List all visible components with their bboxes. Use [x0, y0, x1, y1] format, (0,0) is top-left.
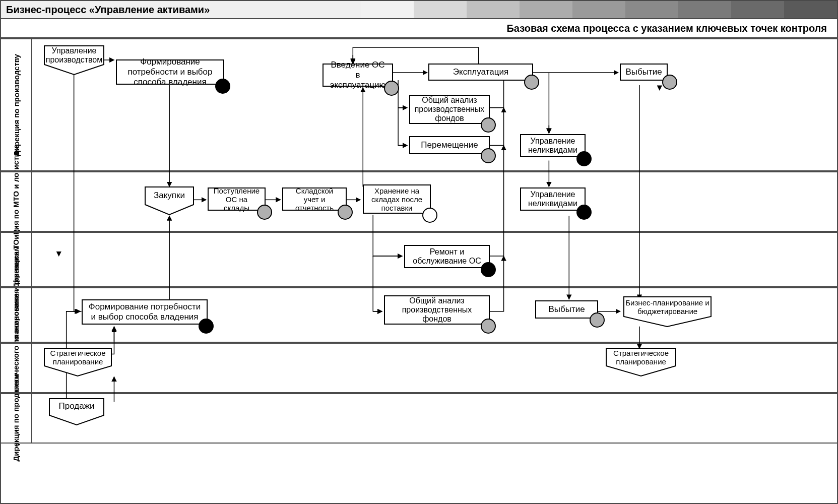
diagram-container: Бизнес-процесс «Управление активами» Баз… [0, 0, 838, 504]
box-repair: Ремонт и обслуживание ОС [404, 245, 490, 268]
subtitle-text: Базовая схема процесса с указанием ключе… [506, 23, 827, 34]
gradient-bar [361, 1, 837, 18]
offpage-purchases-label: Закупки [145, 191, 194, 201]
box-movement: Перемещение [409, 136, 490, 154]
box-warehouse-acct: Складской учет и отчетность [282, 187, 347, 211]
swimlanes: Дирекция по производству Дирекция по МТО… [1, 39, 837, 504]
control-point-white [422, 208, 437, 223]
control-point-black [199, 319, 214, 334]
box-need-formation2: Формирование потребности и выбор способа… [82, 299, 208, 325]
control-point-gray [257, 205, 272, 220]
offpage-sales-label: Продажи [49, 401, 104, 411]
control-point-gray [384, 81, 399, 96]
offpage-strat2-label: Стратегическое планирование [606, 349, 676, 366]
box-os-intro: Введение ОС в эксплуатацию [323, 64, 393, 87]
offpage-bizplan-label: Бизнес-планирование и бюджетирование [623, 298, 712, 316]
control-point-gray [662, 75, 677, 90]
lane-divider [1, 443, 837, 444]
offpage-prod-mgmt-label: Управление производством [44, 46, 104, 65]
header-bar: Бизнес-процесс «Управление активами» [1, 1, 837, 19]
box-disposal2: Выбытие [535, 300, 598, 319]
control-point-gray [524, 75, 539, 90]
lane-divider [1, 392, 837, 394]
box-storage: Хранение на складах после поставки [363, 184, 431, 214]
box-disposal: Выбытие [620, 64, 668, 81]
box-illiquid-mgmt: Управление неликвидами [520, 134, 586, 157]
control-point-gray [481, 319, 496, 334]
box-fund-analysis: Общий анализ производственных фондов [409, 95, 490, 124]
header-title: Бизнес-процесс «Управление активами» [6, 4, 210, 16]
control-point-gray [481, 117, 496, 133]
control-point-gray [481, 148, 496, 163]
control-point-black [576, 151, 592, 166]
box-illiquid-mgmt2: Управление неликвидами [520, 187, 586, 211]
control-point-black [481, 262, 496, 277]
control-point-gray [338, 205, 353, 220]
subtitle-bar: Базовая схема процесса с указанием ключе… [1, 19, 837, 39]
lane-divider [1, 342, 837, 344]
offpage-strat-label: Стратегическое планирование [44, 349, 112, 366]
lane-label-mto: Дирекция по МТО и логистике [1, 170, 32, 231]
lane-divider [1, 286, 837, 288]
lane-divider [1, 170, 837, 172]
box-exploit: Эксплуатация [428, 64, 533, 81]
control-point-gray [590, 312, 605, 328]
control-point-black [215, 79, 230, 94]
box-need-formation: Формирование потребности и выбор способа… [116, 59, 224, 85]
box-os-receipt: Поступление ОС на склады [208, 187, 266, 211]
box-fund-analysis2: Общий анализ производственных фондов [384, 295, 490, 325]
lane-divider [1, 231, 837, 233]
control-point-black [576, 205, 592, 220]
lane-label-sales: Дирекция по продажам [1, 392, 32, 443]
